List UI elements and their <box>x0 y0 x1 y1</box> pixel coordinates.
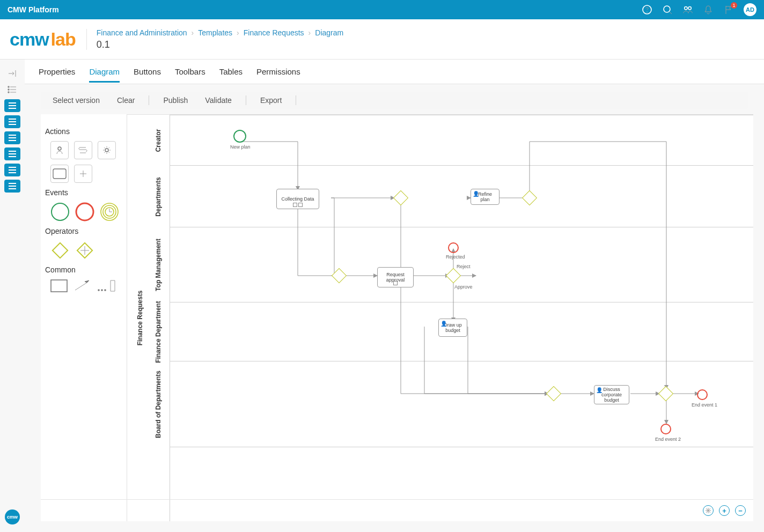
svg-point-11 <box>8 92 9 93</box>
start-event[interactable] <box>233 130 246 143</box>
rail-item-6[interactable] <box>4 180 20 193</box>
logo: cmw lab <box>10 29 87 50</box>
help-icon[interactable] <box>642 4 652 15</box>
tabs: Properties Diagram Buttons Toolbars Tabl… <box>25 60 764 84</box>
canvas-area: Actions Events Operators Common <box>41 114 753 521</box>
zoom-out-icon[interactable]: − <box>735 505 746 516</box>
task-drawup[interactable]: 👤Draw up budget <box>438 319 467 337</box>
reject-label: Reject <box>457 264 471 269</box>
tab-tables[interactable]: Tables <box>219 61 243 83</box>
tab-buttons[interactable]: Buttons <box>134 61 161 83</box>
flag-icon[interactable]: 1 <box>723 4 734 15</box>
svg-point-31 <box>98 290 99 291</box>
annotation-rect-icon[interactable] <box>50 279 68 292</box>
svg-point-33 <box>105 290 106 291</box>
tab-permissions[interactable]: Permissions <box>256 61 300 83</box>
end-event-rejected[interactable] <box>448 242 459 253</box>
lane-icon[interactable] <box>97 279 116 292</box>
lane-label: Finance Department <box>146 302 170 361</box>
main: Properties Diagram Buttons Toolbars Tabl… <box>25 60 764 532</box>
start-event-icon[interactable] <box>50 202 70 221</box>
svg-point-2 <box>664 6 670 12</box>
rail-item-3[interactable] <box>4 131 20 144</box>
subprocess-icon[interactable] <box>50 165 69 183</box>
lane-label: Creator <box>146 115 170 166</box>
script-task-icon[interactable] <box>74 141 92 159</box>
lane-label: Departments <box>146 166 170 227</box>
diagram-toolbar: Select version Clear Publish Validate Ex… <box>41 92 748 109</box>
connectors <box>170 115 717 458</box>
validate-button[interactable]: Validate <box>202 96 235 105</box>
svg-rect-24 <box>53 243 68 258</box>
tab-toolbars[interactable]: Toolbars <box>175 61 205 83</box>
breadcrumb-item[interactable]: Finance and Administration <box>97 28 187 37</box>
lane-label: Board of Departments <box>146 361 170 447</box>
task-approval[interactable]: Request approval <box>377 267 414 287</box>
svg-point-18 <box>76 203 93 220</box>
canvas-footer-divider <box>41 499 753 500</box>
header: cmw lab Finance and Administration› Temp… <box>0 19 764 60</box>
svg-point-5 <box>688 7 691 10</box>
approve-label: Approve <box>454 284 473 290</box>
publish-button[interactable]: Publish <box>160 96 191 105</box>
rail-item-2[interactable] <box>4 115 20 128</box>
avatar[interactable]: AD <box>744 3 756 16</box>
lane-label: Top Management <box>146 227 170 302</box>
svg-rect-14 <box>53 169 66 179</box>
task-collect[interactable]: Collecting Data <box>276 189 319 209</box>
export-button[interactable]: Export <box>257 96 285 105</box>
collapse-icon[interactable] <box>4 67 20 80</box>
add-task-icon[interactable] <box>74 165 92 183</box>
service-task-icon[interactable] <box>98 141 116 159</box>
svg-point-13 <box>105 149 108 152</box>
breadcrumb-item[interactable]: Finance Requests <box>244 28 304 37</box>
svg-point-9 <box>8 86 9 87</box>
task-discuss[interactable]: 👤Discuss corporate budget <box>594 385 629 404</box>
svg-rect-28 <box>51 280 67 292</box>
rejected-label: Rejected <box>446 254 465 260</box>
palette-section-operators: Operators <box>45 227 127 235</box>
svg-point-12 <box>58 147 61 150</box>
notif-badge: 1 <box>731 2 737 9</box>
svg-point-4 <box>685 7 687 10</box>
breadcrumb-item[interactable]: Templates <box>198 28 232 37</box>
arrow-icon[interactable] <box>73 279 91 292</box>
clear-button[interactable]: Clear <box>114 96 138 105</box>
topbar: CMW Platform 1 AD <box>0 0 764 19</box>
svg-point-17 <box>52 203 69 220</box>
select-version-button[interactable]: Select version <box>49 96 103 105</box>
rail-item-5[interactable] <box>4 164 20 176</box>
palette: Actions Events Operators Common <box>41 114 127 521</box>
users-icon[interactable] <box>682 4 693 15</box>
rail-item-1[interactable] <box>4 99 20 112</box>
bell-icon[interactable] <box>703 4 714 15</box>
logo-cmw: cmw <box>10 29 49 50</box>
breadcrumb-item[interactable]: Diagram <box>315 28 343 37</box>
search-icon[interactable] <box>662 4 673 15</box>
tab-diagram[interactable]: Diagram <box>89 61 120 83</box>
svg-line-29 <box>75 283 87 290</box>
breadcrumb: Finance and Administration› Templates› F… <box>97 28 343 37</box>
start-event-label: New plan <box>230 144 251 150</box>
gateway-icon[interactable] <box>50 241 70 260</box>
end-event-icon[interactable] <box>75 202 94 221</box>
brand-badge-icon[interactable]: cmw <box>5 509 20 524</box>
user-task-icon[interactable] <box>50 141 69 159</box>
list-icon[interactable] <box>4 83 20 96</box>
parallel-gateway-icon[interactable] <box>75 241 94 260</box>
svg-point-32 <box>101 290 102 291</box>
diagram-canvas[interactable]: Finance Requests Creator Departments Top… <box>127 114 753 521</box>
task-refine[interactable]: 👤Refine plan <box>471 189 499 205</box>
tab-properties[interactable]: Properties <box>39 61 75 83</box>
svg-line-3 <box>670 12 672 14</box>
zoom-in-icon[interactable]: + <box>719 505 730 516</box>
end2-label: End event 2 <box>655 437 681 442</box>
timer-event-icon[interactable] <box>100 202 119 221</box>
end-event-2[interactable] <box>660 424 671 434</box>
end-event-1[interactable] <box>697 389 708 400</box>
rail-item-4[interactable] <box>4 147 20 160</box>
svg-marker-30 <box>85 280 89 283</box>
svg-point-1 <box>647 12 647 12</box>
zoom-fit-icon[interactable] <box>703 505 714 516</box>
palette-section-common: Common <box>45 265 127 274</box>
